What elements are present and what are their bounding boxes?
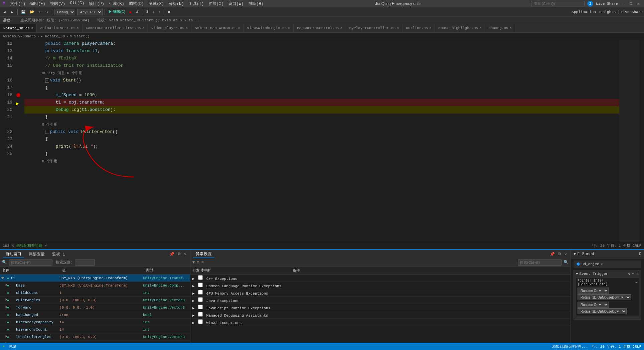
exc-row[interactable]: ▶ Java Exceptions [190, 297, 571, 304]
toolbar-save-btn[interactable]: 💾 [20, 9, 27, 15]
run-button[interactable]: ▶ 继续(C) [107, 9, 127, 15]
stop-btn[interactable]: ■ [128, 9, 133, 15]
menu-extensions[interactable]: 扩展(X) [206, 1, 226, 7]
app-insights-label[interactable]: Application Insights [572, 10, 616, 14]
restart-btn[interactable]: ↺ [134, 9, 140, 15]
exc-row[interactable]: ▶ Win32 Exceptions [190, 319, 571, 326]
menu-view[interactable]: 视图(V) [48, 1, 67, 7]
live-share-toolbar[interactable]: Live Share [621, 10, 643, 14]
exc-row[interactable]: ▶ C++ Exceptions [190, 275, 571, 282]
menu-debug[interactable]: 调试(D) [127, 1, 146, 7]
exc-search-input[interactable] [518, 259, 561, 266]
close-icon[interactable]: × [397, 26, 399, 30]
exc-expand-icon[interactable]: ▶ [192, 284, 195, 288]
exc-row[interactable]: ▶ Common Language Runtime Exceptions [190, 282, 571, 289]
runtime-dropdown-2[interactable]: Runtime On▼ [578, 302, 609, 308]
et-menu-icon[interactable]: ⋮ [635, 272, 639, 276]
exc-checkbox[interactable] [198, 275, 203, 280]
global-search-input[interactable] [531, 1, 585, 6]
table-row[interactable]: ◆ hierarchyCapacity 14 int [0, 319, 190, 326]
breakpoints-btn[interactable]: ⏺ [166, 9, 172, 15]
step-over-btn[interactable]: ⬇ [144, 9, 150, 15]
autos-search-input[interactable] [9, 259, 52, 266]
close-panel-icon[interactable]: ✕ [564, 252, 568, 257]
close-icon[interactable]: × [31, 26, 33, 30]
filter-icon[interactable]: ▼ [192, 260, 195, 265]
close-panel-icon[interactable]: ✕ [183, 252, 187, 257]
columns-icon[interactable]: ≡ [201, 260, 203, 265]
code-content[interactable]: public Camera playerCamera; private Tran… [23, 40, 619, 242]
exc-checkbox[interactable] [198, 305, 203, 309]
notification-badge[interactable]: 2 [587, 1, 593, 7]
menu-build[interactable]: 生成(B) [107, 1, 126, 7]
exc-checkbox[interactable] [198, 283, 203, 287]
exc-expand-icon[interactable]: ▶ [192, 321, 195, 325]
pin-icon[interactable]: 📌 [168, 252, 175, 257]
table-row[interactable]: ◆ childCount 1 int [0, 289, 190, 297]
autos-tab[interactable]: 自动窗口 [3, 250, 24, 258]
breadcrumb-method[interactable]: ⊙ Start() [70, 34, 90, 38]
expander-icon[interactable] [0, 276, 5, 280]
exc-row[interactable]: ▶ JavaScript Runtime Exceptions [190, 304, 571, 311]
table-row[interactable]: ◆ t1 JSY_NXS (UnityEngine.Transform) Uni… [0, 275, 190, 282]
add-source-control[interactable]: 添加到源代码管理... [552, 344, 588, 349]
table-row[interactable]: ◆ localEulerAngles (0.0, 180.8, 0.0) Uni… [0, 333, 190, 341]
close-icon[interactable]: × [510, 26, 512, 30]
tab-myplayer[interactable]: MyPlayerController.cs × [346, 24, 403, 32]
collapse-btn-16[interactable]: − [45, 78, 49, 82]
close-icon[interactable]: × [186, 26, 188, 30]
close-icon[interactable]: × [238, 26, 240, 30]
debug-config-dropdown[interactable]: Debug [54, 9, 75, 15]
breadcrumb-class[interactable]: ✦ Rotate_3D [41, 34, 65, 38]
exc-expand-icon[interactable]: ▶ [192, 292, 195, 296]
close-button[interactable]: ✕ [635, 1, 641, 7]
breadcrumb-assembly[interactable]: Assembly-CSharp [3, 34, 36, 38]
cpu-config-dropdown[interactable]: Any CPU [77, 9, 103, 15]
menu-test[interactable]: 测试(S) [147, 1, 166, 7]
minimize-button[interactable]: — [621, 1, 627, 7]
vertical-scrollbar[interactable] [639, 40, 644, 242]
toolbar-forward-btn[interactable]: ► [9, 9, 15, 15]
expander-icon[interactable] [0, 283, 5, 288]
table-row[interactable]: ◆ hasChanged true bool [0, 311, 190, 319]
step-into-btn[interactable]: ↓ [151, 9, 156, 15]
table-row[interactable]: ◆ eulerAngles (0.0, 180.8, 0.0) UnityEng… [0, 297, 190, 304]
exc-checkbox[interactable] [198, 290, 203, 295]
live-share-btn[interactable]: Live Share [596, 2, 618, 6]
step-out-btn[interactable]: ↑ [157, 9, 162, 15]
menu-project[interactable]: 项目(P) [87, 1, 106, 7]
tab-selectman[interactable]: Select_man_woman.cs × [191, 24, 244, 32]
handler-dropdown-2[interactable]: Rotate_3D.OnMouseUp▼ [578, 308, 627, 314]
exc-expand-icon[interactable]: ▶ [192, 299, 195, 303]
runtime-dropdown-1[interactable]: Runtime On▼ [578, 288, 609, 294]
expander-icon[interactable] [0, 335, 5, 339]
depth-input[interactable] [75, 259, 95, 266]
tab-camerafirst[interactable]: CameraController_First.cs × [83, 24, 148, 32]
pin-icon[interactable]: 📌 [549, 252, 556, 257]
watch-tab[interactable]: 监视 1 [49, 251, 67, 258]
table-row[interactable]: ◆ hierarchyCount 14 int [0, 326, 190, 333]
expand-icon[interactable]: ▼ [576, 272, 578, 276]
toolbar-redo-btn[interactable]: ↪ [44, 9, 50, 15]
exc-row[interactable]: ▶ Managed Debugging Assistants [190, 311, 571, 319]
menu-analyze[interactable]: 分析(N) [167, 1, 186, 7]
expander-icon[interactable] [0, 305, 5, 310]
float-icon[interactable]: ⧉ [177, 252, 182, 257]
tab-mousehighlight[interactable]: Mouse_highlight.cs × [435, 24, 485, 32]
exc-row[interactable]: ▶ GPU Memory Access Exceptions [190, 289, 571, 297]
exc-expand-icon[interactable]: ▶ [192, 314, 195, 318]
close-icon[interactable]: × [288, 26, 290, 30]
exceptions-tab[interactable]: 异常设置 [193, 250, 214, 258]
table-row[interactable]: ◆ forward (0.0, 0.0, -1.0) UnityEngine.V… [0, 304, 190, 311]
autos-table-body[interactable]: ◆ t1 JSY_NXS (UnityEngine.Transform) Uni… [0, 275, 190, 343]
toolbar-open-btn[interactable]: 📂 [28, 9, 36, 15]
maximize-button[interactable]: □ [628, 1, 634, 7]
exc-expand-icon[interactable]: ▶ [192, 306, 195, 310]
toolbar-back-btn[interactable]: ◄ [1, 9, 8, 15]
close-icon[interactable]: × [479, 26, 481, 30]
exc-checkbox[interactable] [198, 312, 203, 317]
exc-table-body[interactable]: ▶ C++ Exceptions ▶ Common Language Runti… [190, 275, 571, 343]
table-row[interactable]: ◆ base JSY_NXS (UnityEngine.Transform) U… [0, 282, 190, 289]
menu-window[interactable]: 窗口(W) [226, 1, 246, 7]
menu-file[interactable]: 文件(F) [8, 1, 27, 7]
